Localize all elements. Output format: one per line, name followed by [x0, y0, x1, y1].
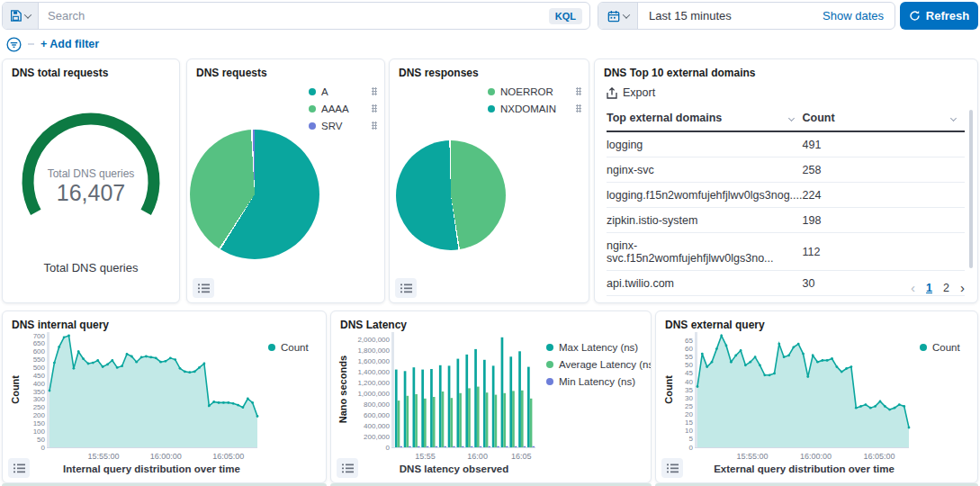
legend-item[interactable]: Count: [268, 340, 320, 354]
legend-label: Count: [281, 342, 320, 353]
column-header-domain[interactable]: Top external domains: [607, 106, 803, 131]
legend-label: Average Latency (ns): [559, 359, 652, 370]
legend-label: NOERROR: [500, 86, 565, 97]
time-picker: Last 15 minutes Show dates: [598, 2, 895, 30]
panel-dns-total-requests: DNS total requests Total DNS queries 16,…: [2, 58, 180, 303]
svg-text:500: 500: [33, 364, 46, 372]
svg-text:16:00:00: 16:00:00: [800, 452, 832, 461]
legend-toggle-button[interactable]: [395, 278, 417, 298]
legend-dot-icon: [488, 88, 495, 95]
saved-query-menu-button[interactable]: [3, 3, 39, 29]
legend-menu-icon[interactable]: [576, 87, 581, 95]
column-header-count[interactable]: Count: [803, 106, 966, 131]
svg-text:16:00: 16:00: [467, 452, 488, 461]
svg-text:650: 650: [33, 339, 46, 347]
panel-dns-requests: DNS requests AAAAASRV: [186, 58, 385, 303]
cell-count: 491: [803, 131, 966, 158]
svg-text:65: 65: [685, 337, 693, 345]
cell-count: 224: [803, 183, 966, 208]
legend-toggle-button[interactable]: [193, 278, 214, 298]
legend-item[interactable]: Min Latency (ns): [546, 374, 649, 388]
svg-text:55: 55: [685, 353, 693, 361]
legend-menu-icon[interactable]: [372, 87, 377, 95]
panel-dns-external-query: DNS external query Count 051015202530354…: [655, 310, 978, 483]
svg-text:30: 30: [685, 394, 693, 402]
svg-text:100: 100: [33, 428, 46, 436]
time-range-value[interactable]: Last 15 minutes: [638, 9, 823, 22]
table-row: nginx-svc258: [607, 158, 965, 183]
legend-item[interactable]: NOERROR: [488, 84, 581, 99]
calendar-button[interactable]: [598, 3, 638, 29]
show-dates-button[interactable]: Show dates: [823, 9, 895, 22]
cell-count: 112: [803, 233, 966, 271]
pie-legend: AAAAASRV: [309, 84, 377, 135]
svg-text:16:05:00: 16:05:00: [212, 452, 244, 461]
legend-item[interactable]: AAAA: [309, 101, 377, 116]
legend-item[interactable]: A: [309, 84, 377, 99]
svg-text:300: 300: [33, 395, 46, 403]
legend-menu-icon[interactable]: [372, 122, 377, 130]
svg-text:15: 15: [685, 418, 693, 427]
refresh-button[interactable]: Refresh: [900, 2, 978, 30]
svg-text:60: 60: [685, 345, 693, 353]
svg-text:600: 600: [33, 347, 46, 356]
legend-toggle-button[interactable]: [337, 458, 358, 478]
panel-title: DNS total requests: [12, 67, 108, 79]
svg-text:0: 0: [41, 444, 46, 452]
filter-icon[interactable]: [6, 37, 22, 52]
svg-text:600,000: 600,000: [364, 411, 390, 419]
search-input[interactable]: [39, 9, 549, 22]
pagination-next-icon[interactable]: ›: [960, 280, 965, 295]
column-header-label: Top external domains: [607, 112, 722, 124]
refresh-label: Refresh: [926, 9, 969, 22]
sort-chevron-icon: [950, 114, 957, 121]
svg-text:550: 550: [33, 356, 46, 364]
cell-domain: logging: [607, 131, 803, 158]
cell-count: 198: [803, 208, 966, 233]
pagination-page-2[interactable]: 2: [943, 282, 949, 294]
sort-chevron-icon: [787, 114, 794, 121]
panel-dns-latency: DNS Latency Nano seconds 0200,000400,000…: [330, 310, 652, 483]
svg-text:10: 10: [685, 427, 693, 435]
svg-text:1,400,000: 1,400,000: [357, 368, 390, 376]
gauge-value: 16,407: [57, 180, 125, 205]
legend-toggle-button[interactable]: [661, 458, 683, 478]
table-scrollbar[interactable]: [969, 110, 973, 268]
legend-toggle-button[interactable]: [8, 458, 30, 478]
svg-text:16:05: 16:05: [511, 452, 532, 461]
chart-legend: Max Latency (ns)Average Latency (ns)Min …: [539, 329, 649, 481]
table-row: logging.f15n2womfujehfjlwv0lgs3nog....22…: [607, 183, 965, 208]
gauge-center-label: Total DNS queries: [48, 167, 135, 180]
svg-text:700: 700: [33, 332, 46, 340]
pagination-page-1[interactable]: 1: [926, 282, 932, 294]
legend-dot-icon: [268, 344, 275, 351]
cell-domain: logging.f15n2womfujehfjlwv0lgs3nog....: [607, 183, 803, 208]
svg-text:200: 200: [33, 411, 46, 419]
latency-bar-chart: 0200,000400,000600,000800,0001,000,0001,…: [349, 329, 539, 463]
panel-title: DNS requests: [196, 67, 267, 79]
goal-gauge-chart: Total DNS queries 16,407: [3, 81, 179, 230]
svg-text:50: 50: [37, 436, 45, 444]
refresh-icon: [909, 10, 921, 22]
pagination-prev-icon[interactable]: ‹: [911, 280, 915, 295]
legend-menu-icon[interactable]: [576, 104, 581, 112]
panel-dns-responses: DNS responses NOERRORNXDOMAIN: [389, 58, 589, 303]
add-filter-button[interactable]: + Add filter: [40, 38, 99, 50]
legend-item[interactable]: Max Latency (ns): [546, 340, 649, 354]
filter-bar: + Add filter: [6, 36, 99, 52]
pagination: ‹ 1 2 ›: [911, 280, 965, 295]
svg-text:15:55: 15:55: [415, 452, 436, 461]
legend-item[interactable]: NXDOMAIN: [488, 101, 581, 116]
domains-table: Top external domains Count logging491ngi…: [607, 106, 965, 303]
filter-divider: [28, 43, 34, 45]
legend-item[interactable]: Average Latency (ns): [546, 357, 649, 371]
export-button[interactable]: Export: [607, 86, 655, 99]
legend-dot-icon: [309, 122, 316, 130]
legend-menu-icon[interactable]: [372, 104, 377, 112]
kql-button[interactable]: KQL: [549, 8, 582, 24]
svg-text:15:55:00: 15:55:00: [737, 452, 769, 461]
legend-item[interactable]: Count: [920, 340, 970, 354]
table-row: zipkin.istio-system198: [607, 208, 965, 233]
legend-dot-icon: [546, 344, 553, 351]
legend-item[interactable]: SRV: [309, 118, 377, 133]
